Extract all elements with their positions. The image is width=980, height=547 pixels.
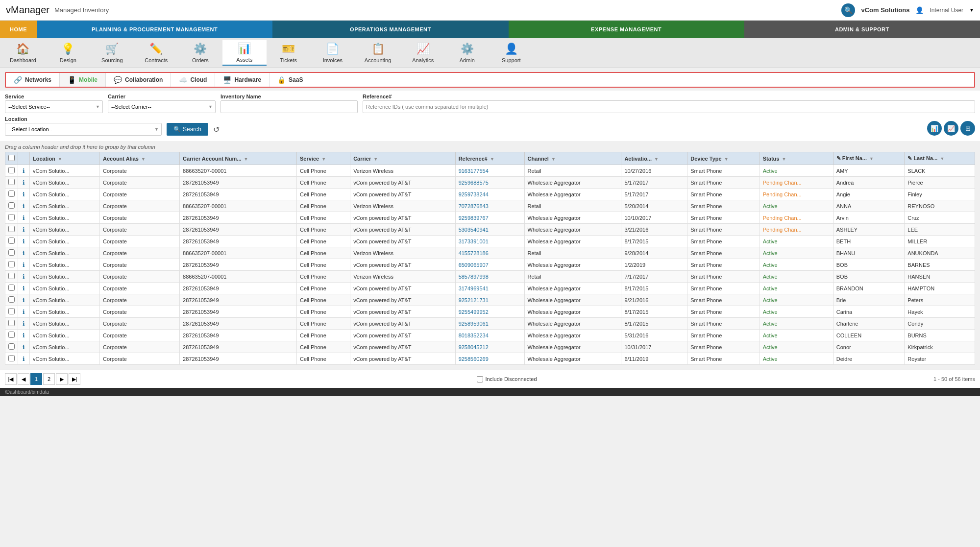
service-header[interactable]: Service ▼ [297,152,350,165]
row-reference[interactable]: 9252121731 [455,294,524,306]
channel-sort-icon[interactable]: ▼ [551,157,556,162]
tab-saas[interactable]: 🔒 SaaS [270,73,311,87]
global-search-button[interactable]: 🔍 [841,3,855,17]
select-all-checkbox[interactable] [8,155,15,161]
reference-link[interactable]: 7072876843 [459,203,489,209]
nav-analytics[interactable]: 📈 Analytics [401,40,445,66]
nav-admin[interactable]: ⚙️ Admin [445,40,489,66]
tab-mobile[interactable]: 📱 Mobile [60,73,106,87]
row-info-cell[interactable]: ℹ [18,271,30,283]
row-info-cell[interactable]: ℹ [18,224,30,236]
row-info-cell[interactable]: ℹ [18,283,30,294]
row-checkbox[interactable] [8,308,15,314]
reference-link[interactable]: 9258045212 [459,344,489,350]
row-info-cell[interactable]: ℹ [18,212,30,224]
row-checkbox[interactable] [8,167,15,173]
row-info-cell[interactable]: ℹ [18,306,30,318]
location-sort-icon[interactable]: ▼ [58,157,62,162]
row-reference[interactable]: 9259839767 [455,212,524,224]
info-icon[interactable]: ℹ [23,273,25,280]
location-header[interactable]: Location ▼ [30,152,100,165]
row-reference[interactable]: 5303540941 [455,224,524,236]
reference-header[interactable]: Reference# ▼ [455,152,524,165]
row-checkbox[interactable] [8,179,15,185]
row-checkbox[interactable] [8,332,15,338]
row-info-cell[interactable]: ℹ [18,294,30,306]
row-info-cell[interactable]: ℹ [18,189,30,200]
nav-support[interactable]: 👤 Support [489,40,533,66]
chart-view-button[interactable]: 📊 [927,121,942,136]
info-icon[interactable]: ℹ [23,226,25,233]
row-checkbox[interactable] [8,285,15,291]
row-checkbox[interactable] [8,249,15,256]
nav-home[interactable]: HOME [0,21,37,38]
row-reference[interactable]: 9163177554 [455,165,524,177]
row-reference[interactable]: 5857897998 [455,271,524,283]
reference-link[interactable]: 9259688575 [459,180,489,186]
page-next-button[interactable]: ▶ [56,373,68,385]
info-icon[interactable]: ℹ [23,309,25,315]
info-icon[interactable]: ℹ [23,285,25,292]
row-info-cell[interactable]: ℹ [18,330,30,341]
status-sort-icon[interactable]: ▼ [782,157,786,162]
reference-link[interactable]: 8018352234 [459,333,489,338]
reference-link[interactable]: 9252121731 [459,297,489,303]
info-icon[interactable]: ℹ [23,191,25,198]
info-icon[interactable]: ℹ [23,167,25,174]
last-name-header[interactable]: ✎ Last Na... ▼ [905,152,975,165]
nav-planning[interactable]: PLANNING & PROCUREMENT MANAGEMENT [37,21,272,38]
nav-contracts[interactable]: ✏️ Contracts [134,40,178,66]
reference-link[interactable]: 3174969541 [459,285,489,291]
nav-expense[interactable]: EXPENSE MANAGEMENT [509,21,744,38]
reference-link[interactable]: 5303540941 [459,227,489,233]
reference-link[interactable]: 9258560269 [459,356,489,362]
row-checkbox[interactable] [8,355,15,361]
bar-view-button[interactable]: 📈 [944,121,958,136]
activation-sort-icon[interactable]: ▼ [654,157,659,162]
reference-input[interactable] [363,100,975,113]
inventory-input[interactable] [220,100,358,113]
row-reference[interactable]: 9258959061 [455,318,524,330]
row-checkbox[interactable] [8,273,15,279]
service-sort-icon[interactable]: ▼ [321,157,326,162]
row-info-cell[interactable]: ℹ [18,259,30,271]
location-select[interactable]: --Select Location-- [5,123,162,136]
row-checkbox[interactable] [8,226,15,232]
info-icon[interactable]: ℹ [23,179,25,186]
nav-accounting[interactable]: 📋 Accounting [355,40,401,66]
tab-hardware[interactable]: 🖥️ Hardware [215,73,270,87]
nav-operations[interactable]: OPERATIONS MANAGEMENT [272,21,508,38]
nav-invoices[interactable]: 📄 Invoices [311,40,355,66]
row-reference[interactable]: 6509065907 [455,259,524,271]
account-alias-sort-icon[interactable]: ▼ [141,157,146,162]
carrier-sort-icon[interactable]: ▼ [373,157,378,162]
activation-header[interactable]: Activatio... ▼ [621,152,687,165]
reference-link[interactable]: 9259738244 [459,191,489,197]
info-icon[interactable]: ℹ [23,344,25,351]
service-select[interactable]: --Select Service-- [5,100,103,113]
row-checkbox[interactable] [8,320,15,326]
row-info-cell[interactable]: ℹ [18,318,30,330]
reference-link[interactable]: 5857897998 [459,274,489,280]
row-info-cell[interactable]: ℹ [18,353,30,365]
row-checkbox[interactable] [8,238,15,244]
reference-link[interactable]: 9163177554 [459,168,489,174]
include-disconnected-checkbox[interactable] [477,376,483,382]
carrier-account-sort-icon[interactable]: ▼ [244,157,248,162]
first-name-sort-icon[interactable]: ▼ [869,156,874,161]
first-name-header[interactable]: ✎ First Na... ▼ [833,152,905,165]
row-info-cell[interactable]: ℹ [18,247,30,259]
user-dropdown-icon[interactable]: ▼ [969,7,974,13]
row-info-cell[interactable]: ℹ [18,200,30,212]
device-type-sort-icon[interactable]: ▼ [724,157,729,162]
page-first-button[interactable]: |◀ [5,373,17,385]
info-icon[interactable]: ℹ [23,214,25,221]
row-checkbox[interactable] [8,190,15,197]
nav-orders[interactable]: ⚙️ Orders [178,40,222,66]
reference-link[interactable]: 3173391001 [459,238,489,244]
nav-dashboard[interactable]: 🏠 Dashboard [0,40,46,66]
row-reference[interactable]: 3174969541 [455,283,524,294]
refresh-button[interactable]: ↺ [213,123,220,136]
reference-link[interactable]: 4155728186 [459,250,489,256]
row-reference[interactable]: 9258045212 [455,341,524,353]
